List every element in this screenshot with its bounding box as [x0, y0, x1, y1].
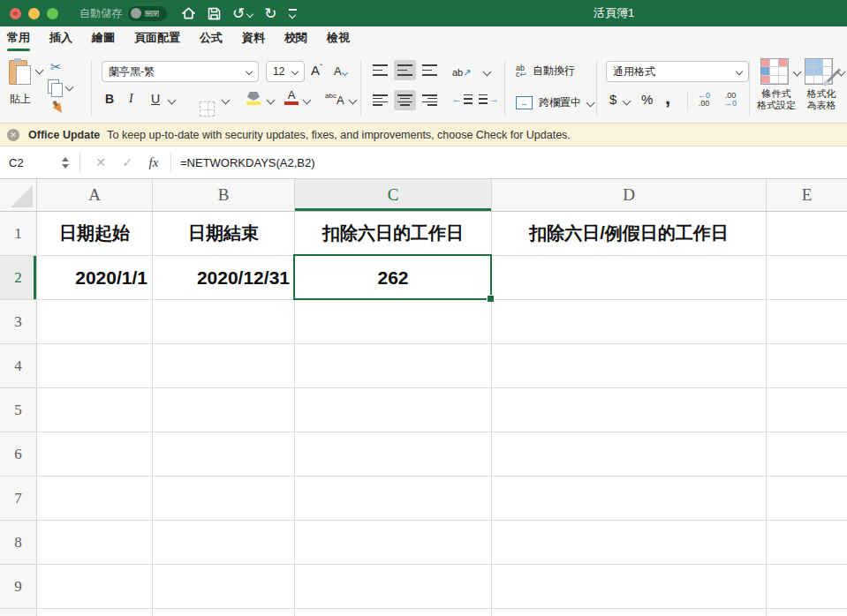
tab-view[interactable]: 檢視 [327, 30, 350, 53]
row-header-2[interactable]: 2 [0, 256, 37, 300]
cut-icon[interactable]: ✂ [50, 60, 62, 73]
autosave-toggle[interactable]: 關閉 [128, 6, 167, 21]
cell-A9[interactable] [37, 565, 153, 609]
cell-A2[interactable]: 2020/1/1 [37, 256, 153, 300]
align-middle-button[interactable] [394, 60, 416, 80]
cell-D1[interactable]: 扣除六日/例假日的工作日 [492, 212, 767, 256]
cell-B2[interactable]: 2020/12/31 [153, 256, 295, 300]
tab-data[interactable]: 資料 [242, 30, 265, 53]
cell-C4[interactable] [295, 344, 492, 388]
cell-A10[interactable] [37, 609, 153, 616]
font-color-chevron-icon[interactable] [303, 96, 312, 105]
row-header-5[interactable]: 5 [0, 388, 37, 432]
text-effects-icon[interactable]: abcA [325, 92, 344, 108]
borders-menu-chevron-icon[interactable] [222, 96, 231, 105]
fill-color-icon[interactable] [246, 92, 261, 105]
tab-home[interactable]: 常用 [7, 30, 30, 53]
undo-menu-chevron-icon[interactable] [246, 10, 253, 17]
formula-input[interactable]: =NETWORKDAYS(A2,B2) [180, 156, 315, 169]
comma-format-button[interactable]: , [665, 86, 670, 109]
format-painter-icon[interactable] [53, 102, 66, 116]
cell-C3[interactable] [295, 300, 492, 344]
tab-formulas[interactable]: 公式 [200, 30, 223, 53]
currency-chevron-icon[interactable] [623, 97, 631, 106]
minimize-window-button[interactable] [28, 8, 40, 19]
cell-D2[interactable] [492, 256, 767, 300]
cell-E1[interactable] [767, 212, 847, 256]
insert-function-icon[interactable]: fx [140, 155, 167, 170]
paste-button[interactable] [9, 58, 42, 85]
tab-review[interactable]: 校閱 [284, 30, 307, 53]
row-header-7[interactable]: 7 [0, 477, 37, 521]
percent-format-button[interactable]: % [641, 92, 653, 107]
column-header-E[interactable]: E [767, 179, 847, 212]
close-window-button[interactable] [10, 8, 21, 19]
cell-C10[interactable] [295, 609, 492, 616]
cell-C9[interactable] [295, 565, 492, 609]
spinner-up-icon[interactable] [62, 157, 69, 162]
bold-button[interactable]: B [105, 92, 114, 106]
cell-C1[interactable]: 扣除六日的工作日 [295, 212, 492, 256]
row-header-1[interactable]: 1 [0, 212, 37, 256]
cell-B1[interactable]: 日期結束 [153, 212, 295, 256]
cell-D6[interactable] [492, 432, 767, 477]
name-box[interactable]: C2 [0, 156, 60, 169]
italic-button[interactable]: I [129, 92, 133, 106]
increase-indent-icon[interactable]: → [479, 94, 499, 104]
orientation-icon[interactable]: ab↗ [452, 64, 471, 79]
cell-A1[interactable]: 日期起始 [37, 212, 153, 256]
tab-draw[interactable]: 繪圖 [92, 30, 115, 53]
cell-A5[interactable] [37, 388, 153, 432]
close-update-bar-icon[interactable]: ✕ [7, 129, 19, 141]
align-top-button[interactable] [369, 60, 391, 80]
cell-B5[interactable] [153, 388, 295, 432]
format-as-table-button[interactable] [805, 58, 844, 85]
underline-menu-chevron-icon[interactable] [168, 96, 177, 105]
align-right-button[interactable] [419, 90, 441, 110]
cell-B6[interactable] [153, 432, 295, 477]
cell-A8[interactable] [37, 521, 153, 565]
increase-decimal-icon[interactable]: ←0.00 [698, 92, 710, 108]
cell-E2[interactable] [767, 256, 847, 300]
name-box-spinner[interactable] [62, 157, 69, 169]
font-color-icon[interactable]: A [284, 90, 299, 105]
cell-B9[interactable] [153, 565, 295, 609]
cell-B4[interactable] [153, 344, 295, 388]
column-header-B[interactable]: B [153, 179, 295, 212]
merge-center-button[interactable]: ↔ 跨欄置中 [516, 95, 594, 110]
copy-button[interactable] [48, 79, 72, 94]
fill-color-chevron-icon[interactable] [267, 96, 276, 105]
conditional-formatting-button[interactable] [760, 58, 800, 85]
cell-D5[interactable] [492, 388, 767, 432]
spinner-down-icon[interactable] [62, 164, 69, 169]
tab-page-layout[interactable]: 頁面配置 [134, 30, 180, 53]
cell-D10[interactable] [492, 609, 767, 616]
column-header-A[interactable]: A [37, 179, 153, 212]
home-icon[interactable] [181, 6, 196, 20]
align-bottom-button[interactable] [419, 60, 441, 80]
undo-icon[interactable]: ↺ [232, 6, 245, 21]
column-header-C[interactable]: C [295, 179, 492, 212]
currency-format-button[interactable]: $ [609, 92, 616, 107]
cell-E8[interactable] [767, 521, 847, 565]
merge-center-chevron-icon[interactable] [586, 99, 595, 108]
cancel-entry-icon[interactable]: ✕ [87, 155, 114, 169]
row-header-6[interactable]: 6 [0, 432, 37, 477]
save-icon[interactable] [208, 7, 221, 20]
cell-E10[interactable] [767, 609, 847, 616]
cell-C8[interactable] [295, 521, 492, 565]
cell-A7[interactable] [37, 477, 153, 521]
cell-C7[interactable] [295, 477, 492, 521]
decrease-decimal-icon[interactable]: .00→0 [724, 92, 737, 108]
tab-insert[interactable]: 插入 [49, 30, 72, 53]
font-size-combo[interactable]: 12 [266, 61, 305, 82]
cell-B8[interactable] [153, 521, 295, 565]
number-format-combo[interactable]: 通用格式 [606, 61, 749, 82]
customize-toolbar-icon[interactable] [289, 9, 297, 18]
grow-font-button[interactable]: Aˆ [311, 63, 322, 78]
text-effects-chevron-icon[interactable] [349, 96, 358, 105]
row-header-9[interactable]: 9 [0, 565, 37, 609]
underline-button[interactable]: U [151, 92, 160, 106]
decrease-indent-icon[interactable]: ← [452, 94, 473, 104]
row-header-8[interactable]: 8 [0, 521, 37, 565]
